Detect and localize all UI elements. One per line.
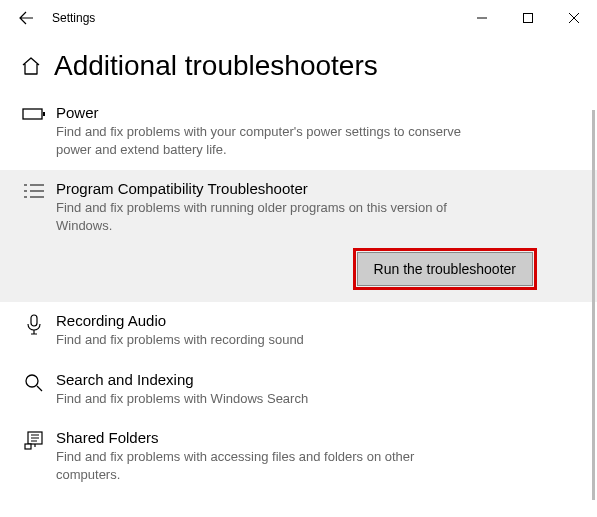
run-troubleshooter-button[interactable]: Run the troubleshooter: [357, 252, 533, 286]
item-desc: Find and fix problems with running older…: [56, 199, 476, 234]
run-button-highlight: Run the troubleshooter: [353, 248, 537, 290]
battery-icon: [20, 104, 48, 158]
svg-point-4: [26, 375, 38, 387]
home-icon: [21, 56, 41, 76]
folder-icon: [20, 429, 48, 483]
item-title: Power: [56, 104, 577, 121]
item-title: Program Compatibility Troubleshooter: [56, 180, 577, 197]
item-desc: Find and fix problems with accessing fil…: [56, 448, 476, 483]
app-title: Settings: [52, 11, 95, 25]
page-header: Additional troubleshooters: [0, 36, 597, 94]
back-button[interactable]: [12, 4, 40, 32]
svg-rect-3: [31, 315, 37, 326]
item-title: Shared Folders: [56, 429, 577, 446]
close-button[interactable]: [551, 2, 597, 34]
svg-rect-1: [23, 109, 42, 119]
home-button[interactable]: [20, 55, 42, 77]
svg-rect-6: [25, 444, 31, 449]
svg-rect-2: [43, 112, 45, 116]
troubleshooter-list: Power Find and fix problems with your co…: [0, 94, 597, 495]
checklist-icon: [20, 180, 48, 290]
maximize-icon: [523, 13, 533, 23]
mic-icon: [20, 312, 48, 349]
item-program-compatibility[interactable]: Program Compatibility Troubleshooter Fin…: [0, 170, 597, 302]
item-power[interactable]: Power Find and fix problems with your co…: [0, 94, 597, 170]
svg-rect-0: [524, 14, 533, 23]
arrow-left-icon: [18, 10, 34, 26]
page-title: Additional troubleshooters: [54, 50, 378, 82]
minimize-icon: [477, 13, 487, 23]
item-search-indexing[interactable]: Search and Indexing Find and fix problem…: [0, 361, 597, 420]
item-desc: Find and fix problems with recording sou…: [56, 331, 476, 349]
scrollbar[interactable]: [592, 110, 595, 500]
item-title: Recording Audio: [56, 312, 577, 329]
minimize-button[interactable]: [459, 2, 505, 34]
item-desc: Find and fix problems with Windows Searc…: [56, 390, 476, 408]
item-desc: Find and fix problems with your computer…: [56, 123, 476, 158]
window-controls: [459, 2, 597, 34]
close-icon: [569, 13, 579, 23]
item-shared-folders[interactable]: Shared Folders Find and fix problems wit…: [0, 419, 597, 495]
maximize-button[interactable]: [505, 2, 551, 34]
titlebar: Settings: [0, 0, 597, 36]
item-recording-audio[interactable]: Recording Audio Find and fix problems wi…: [0, 302, 597, 361]
search-icon: [20, 371, 48, 408]
item-title: Search and Indexing: [56, 371, 577, 388]
